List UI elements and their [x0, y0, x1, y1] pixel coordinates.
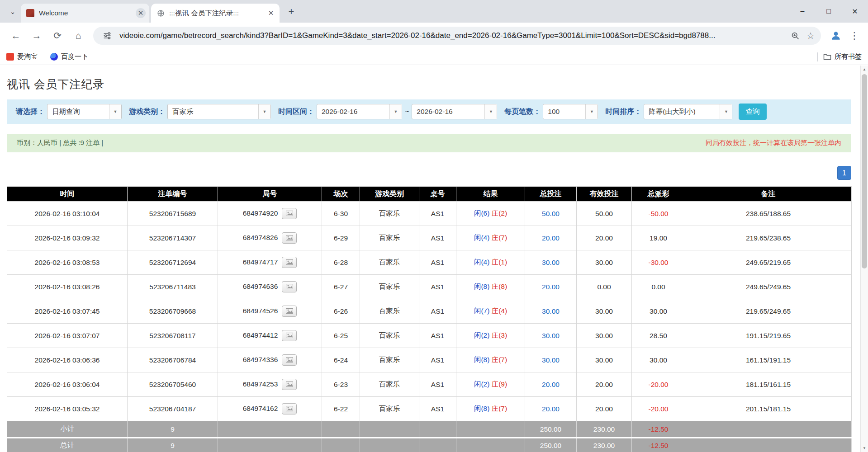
video-icon [286, 307, 293, 315]
chevron-down-icon[interactable]: ▼ [109, 104, 121, 119]
reload-button[interactable]: ⟳ [48, 27, 66, 45]
banker-result: 庄(7) [492, 234, 507, 241]
cell-session: 6-22 [322, 397, 360, 421]
url-text[interactable]: videoie.com/game/betrecord_search/kind3?… [119, 31, 787, 40]
tab-welcome[interactable]: Welcome ✕ [21, 4, 149, 23]
cell-payout: -30.00 [632, 250, 685, 275]
scroll-up-icon[interactable]: ▲ [861, 66, 868, 73]
round-number: 684974162 [243, 405, 278, 412]
video-replay-button[interactable] [282, 330, 297, 341]
cell-total-bet: 20.00 [525, 226, 577, 250]
cell-note: 219.65/249.65 [685, 299, 852, 324]
profile-avatar[interactable] [827, 27, 845, 45]
browser-menu-icon[interactable]: ⋮ [846, 30, 863, 41]
tab-close-icon[interactable]: ✕ [266, 8, 276, 18]
home-button[interactable]: ⌂ [69, 27, 87, 45]
player-result: 闲(8) [474, 356, 489, 363]
forward-button[interactable]: → [28, 27, 46, 45]
player-result: 闲(6) [474, 209, 489, 217]
close-button[interactable]: ✕ [842, 0, 868, 23]
date-end-input[interactable]: 2026-02-16 ▼ [412, 104, 497, 119]
date-end-value: 2026-02-16 [412, 104, 484, 119]
cell-result: 闲(2) 庄(3) [456, 324, 525, 348]
new-tab-button[interactable]: + [284, 4, 299, 19]
cell-bet-id: 523206715689 [128, 202, 218, 226]
video-replay-button[interactable] [282, 354, 297, 366]
cell-session: 6-23 [322, 372, 360, 397]
cell-game-type: 百家乐 [360, 202, 419, 226]
tab-betrecord[interactable]: :::视讯 会员下注纪录::: ✕ [151, 4, 280, 23]
bookmark-label: 爱淘宝 [17, 52, 38, 61]
tab-search-button[interactable]: ⌄ [5, 4, 20, 19]
cell-round: 684974336 [218, 348, 322, 372]
banker-result: 庄(7) [492, 405, 507, 412]
site-settings-icon[interactable] [100, 28, 115, 43]
cell-payout: 0.00 [632, 275, 685, 299]
bookmark-aitaobao[interactable]: 爱淘宝 [6, 52, 38, 61]
aitaobao-icon [6, 53, 14, 61]
minimize-button[interactable]: – [789, 0, 816, 23]
video-replay-button[interactable] [282, 208, 297, 219]
total-valid-bet: 230.00 [577, 438, 632, 452]
banker-result: 庄(1) [492, 258, 507, 266]
chevron-down-icon[interactable]: ▼ [720, 104, 732, 119]
video-icon [286, 259, 293, 267]
video-replay-button[interactable] [282, 281, 297, 292]
video-replay-button[interactable] [282, 379, 297, 390]
cell-payout: -50.00 [632, 202, 685, 226]
cell-valid-bet: 30.00 [577, 299, 632, 324]
per-page-select[interactable]: 100 ▼ [543, 104, 598, 119]
cell-payout: 30.00 [632, 299, 685, 324]
cell-note: 161.15/191.15 [685, 348, 852, 372]
bookmark-baidu[interactable]: 百度一下 [50, 52, 88, 61]
cell-bet-id: 523206705460 [128, 372, 218, 397]
back-button[interactable]: ← [7, 27, 25, 45]
all-bookmarks-button[interactable]: 所有书签 [823, 52, 862, 61]
chevron-down-icon[interactable]: ▼ [258, 104, 270, 119]
round-number: 684974412 [243, 331, 278, 339]
search-button[interactable]: 查询 [739, 104, 767, 120]
chevron-down-icon[interactable]: ▼ [484, 104, 497, 119]
video-replay-button[interactable] [282, 232, 297, 244]
player-result: 闲(4) [474, 258, 489, 266]
tab-close-icon[interactable]: ✕ [136, 8, 146, 18]
query-type-select[interactable]: 日期查询 ▼ [47, 104, 122, 119]
page-scrollbar[interactable]: ▲ ▼ [860, 66, 868, 452]
page-1-button[interactable]: 1 [837, 166, 851, 180]
column-header: 时间 [7, 187, 128, 202]
video-icon [286, 381, 293, 389]
cell-table-id: AS1 [419, 226, 456, 250]
bookmark-star-icon[interactable]: ☆ [803, 28, 818, 43]
cell-total-bet: 30.00 [525, 324, 577, 348]
cell-round: 684974412 [218, 324, 322, 348]
cell-time: 2026-02-16 03:05:32 [7, 397, 128, 421]
cell-note: 219.65/238.65 [685, 226, 852, 250]
chevron-down-icon[interactable]: ▼ [389, 104, 402, 119]
chevron-down-icon[interactable]: ▼ [585, 104, 598, 119]
game-type-select[interactable]: 百家乐 ▼ [167, 104, 271, 119]
subtotal-empty [360, 421, 419, 438]
maximize-button[interactable]: □ [816, 0, 842, 23]
zoom-icon[interactable] [787, 28, 803, 43]
cell-note: 249.65/249.65 [685, 275, 852, 299]
subtotal-valid-bet: 230.00 [577, 421, 632, 438]
scrollbar-thumb[interactable] [862, 74, 867, 268]
sort-select[interactable]: 降幂(由大到小) ▼ [644, 104, 732, 119]
cell-payout: -20.00 [632, 397, 685, 421]
bet-records-table: 时间注单编号局号场次游戏类别桌号结果总投注有效投注总派彩备注 2026-02-1… [7, 186, 852, 452]
video-replay-button[interactable] [282, 403, 297, 414]
player-result: 闲(8) [474, 405, 489, 412]
cell-bet-id: 523206708117 [128, 324, 218, 348]
cell-time: 2026-02-16 03:07:07 [7, 324, 128, 348]
scroll-down-icon[interactable]: ▼ [861, 444, 868, 452]
column-header: 总投注 [525, 187, 577, 202]
date-start-input[interactable]: 2026-02-16 ▼ [317, 104, 402, 119]
address-bar[interactable]: videoie.com/game/betrecord_search/kind3?… [93, 27, 821, 45]
subtotal-row: 小计 9 250.00 230.00 -12.50 [7, 421, 852, 438]
table-row: 2026-02-16 03:05:32523206704187684974162… [7, 397, 852, 421]
video-replay-button[interactable] [282, 257, 297, 268]
cell-session: 6-29 [322, 226, 360, 250]
video-replay-button[interactable] [282, 306, 297, 317]
cell-time: 2026-02-16 03:08:53 [7, 250, 128, 275]
cell-bet-id: 523206714307 [128, 226, 218, 250]
